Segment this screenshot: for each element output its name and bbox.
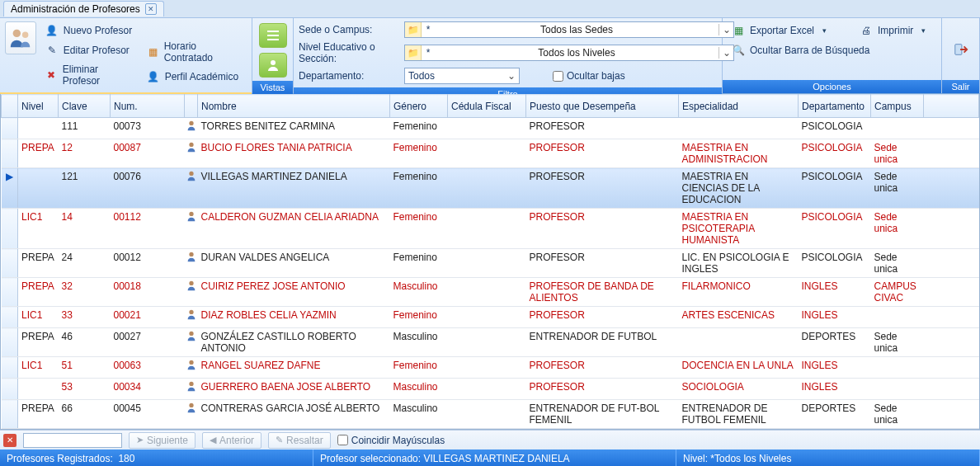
card-view-icon <box>265 57 281 73</box>
cell-clave: 14 <box>59 209 111 249</box>
coincidir-checkbox[interactable]: Coincidir Mayúsculas <box>337 435 445 446</box>
cell-nombre: CONTRERAS GARCIA JOSÉ ALBERTO <box>198 400 390 429</box>
coincidir-input[interactable] <box>337 435 348 445</box>
cell-person-icon <box>185 278 198 307</box>
col-clave[interactable]: Clave <box>59 95 111 118</box>
printer-icon: 🖨 <box>860 24 873 37</box>
table-row[interactable]: ▶12100076VILLEGAS MARTINEZ DANIELAFemeni… <box>2 168 979 209</box>
status-registrados: Profesores Registrados: 180 <box>0 450 313 466</box>
eliminar-profesor-button[interactable]: ✖ Eliminar Profesor <box>41 61 138 89</box>
table-row[interactable]: PREPA2400012DURAN VALDES ANGELICAFemenin… <box>2 249 979 278</box>
cell-dep: DEPORTES <box>799 328 871 357</box>
perfil-academico-button[interactable]: 👤 Perfil Académico <box>143 68 247 86</box>
svg-rect-4 <box>267 39 279 40</box>
prev-icon: ◀ <box>210 435 216 445</box>
group-opciones: ▦ Exportar Excel 🖨 Imprimir 🔍 Ocultar Ba… <box>723 18 942 93</box>
nuevo-profesor-button[interactable]: 👤 Nuevo Profesor <box>41 21 138 40</box>
col-dep[interactable]: Departamento <box>799 95 871 118</box>
cell-nombre: GUERRERO BAENA JOSE ALBERTO <box>198 379 390 400</box>
svg-point-13 <box>189 310 193 314</box>
tab-close-icon[interactable]: ✕ <box>145 3 157 15</box>
editar-profesor-button[interactable]: ✎ Editar Profesor <box>41 41 138 59</box>
cell-nivel: LIC1 <box>18 357 59 379</box>
tab-admin-profesores[interactable]: Administración de Profesores ✕ <box>3 1 164 16</box>
exportar-excel-button[interactable]: ▦ Exportar Excel <box>728 21 831 40</box>
cell-clave: 111 <box>59 118 111 139</box>
col-nivel[interactable]: Nivel <box>18 95 59 118</box>
cell-num: 00087 <box>111 139 185 168</box>
ocultar-bajas-checkbox[interactable]: Ocultar bajas <box>553 70 625 82</box>
table-row[interactable]: PREPA4600027GONZÁLEZ CASTILLO ROBERTO AN… <box>2 328 979 357</box>
group-opciones-title: Opciones <box>723 80 941 93</box>
cell-nombre: GONZÁLEZ CASTILLO ROBERTO ANTONIO <box>198 328 390 357</box>
svg-rect-2 <box>267 31 279 32</box>
table-row[interactable]: LIC15100063RANGEL SUAREZ DAFNEFemeninoPR… <box>2 357 979 379</box>
table-row[interactable]: LIC13300021DIAZ ROBLES CELIA YAZMINFemen… <box>2 307 979 328</box>
header-row: Nivel Clave Num. Nombre Género Cédula Fi… <box>2 95 979 118</box>
cell-num: 00073 <box>111 118 185 139</box>
cell-person-icon <box>185 209 198 249</box>
anterior-button[interactable]: ◀Anterior <box>202 432 261 449</box>
svg-point-12 <box>189 281 193 285</box>
siguiente-label: Siguiente <box>147 435 188 446</box>
cell-clave: 51 <box>59 357 111 379</box>
exportar-label: Exportar Excel <box>750 25 814 36</box>
find-input[interactable] <box>23 433 122 448</box>
cell-nivel <box>18 118 59 139</box>
svg-point-17 <box>189 403 193 407</box>
cell-campus <box>871 379 924 400</box>
cell-puesto: PROFESOR DE BANDA DE ALIENTOS <box>526 278 679 307</box>
col-campus[interactable]: Campus <box>871 95 924 118</box>
cell-cedula <box>448 278 526 307</box>
col-genero[interactable]: Género <box>390 95 448 118</box>
cell-person-icon <box>185 118 198 139</box>
close-find-button[interactable]: ✕ <box>3 434 16 447</box>
view-list-button[interactable] <box>259 23 287 48</box>
table-row[interactable]: PREPA3200018CUIRIZ PEREZ JOSE ANTONIOMas… <box>2 278 979 307</box>
nuevo-profesor-label: Nuevo Profesor <box>64 25 132 36</box>
row-indicator <box>2 209 18 249</box>
cell-genero: Femenino <box>390 357 448 379</box>
col-num[interactable]: Num. <box>111 95 185 118</box>
ocultar-busqueda-button[interactable]: 🔍 Ocultar Barra de Búsqueda <box>728 41 874 59</box>
cell-puesto: PROFESOR <box>526 139 679 168</box>
table-row[interactable]: PREPA6600045CONTRERAS GARCIA JOSÉ ALBERT… <box>2 400 979 429</box>
table-row[interactable]: LIC11400112CALDERON GUZMAN CELIA ARIADNA… <box>2 209 979 249</box>
table-row[interactable]: 5300034GUERRERO BAENA JOSE ALBERTOMascul… <box>2 379 979 400</box>
exit-icon <box>954 42 968 57</box>
folder-icon: 📁 <box>405 22 422 37</box>
cell-cedula <box>448 379 526 400</box>
col-puesto[interactable]: Puesto que Desempeña <box>526 95 679 118</box>
nivel-combo[interactable]: 📁 * Todos los Niveles ⌄ <box>404 45 734 61</box>
resaltar-button[interactable]: ✎Resaltar <box>268 432 331 449</box>
cell-tail <box>924 118 979 139</box>
horario-contratado-button[interactable]: ▦ Horario Contratado <box>143 38 247 66</box>
cell-esp <box>679 118 799 139</box>
col-nombre[interactable]: Nombre <box>198 95 390 118</box>
svg-point-7 <box>189 121 193 125</box>
table-row[interactable]: 11100073TORRES BENITEZ CARMINAFemeninoPR… <box>2 118 979 139</box>
data-grid: Nivel Clave Num. Nombre Género Cédula Fi… <box>0 94 980 430</box>
sede-combo[interactable]: 📁 * Todos las Sedes ⌄ <box>404 21 734 38</box>
view-card-button[interactable] <box>259 53 287 78</box>
svg-point-5 <box>271 60 276 65</box>
imprimir-button[interactable]: 🖨 Imprimir <box>855 21 930 40</box>
row-indicator <box>2 118 18 139</box>
cell-nombre: CALDERON GUZMAN CELIA ARIADNA <box>198 209 390 249</box>
sede-star: * <box>422 24 435 35</box>
departamento-label: Departamento: <box>299 70 398 82</box>
cell-clave: 66 <box>59 400 111 429</box>
cell-cedula <box>448 118 526 139</box>
ocultar-bajas-input[interactable] <box>553 71 563 82</box>
chevron-down-icon: ⌄ <box>507 70 516 82</box>
col-esp[interactable]: Especialidad <box>679 95 799 118</box>
siguiente-button[interactable]: ➤Siguiente <box>129 432 196 449</box>
cell-num: 00034 <box>111 379 185 400</box>
cell-cedula <box>448 328 526 357</box>
departamento-select[interactable]: Todos ⌄ <box>404 68 520 84</box>
cell-tail <box>924 209 979 249</box>
eliminar-profesor-label: Eliminar Profesor <box>63 64 134 87</box>
col-cedula[interactable]: Cédula Fiscal <box>448 95 526 118</box>
salir-button[interactable] <box>949 38 973 61</box>
table-row[interactable]: PREPA1200087BUCIO FLORES TANIA PATRICIAF… <box>2 139 979 168</box>
